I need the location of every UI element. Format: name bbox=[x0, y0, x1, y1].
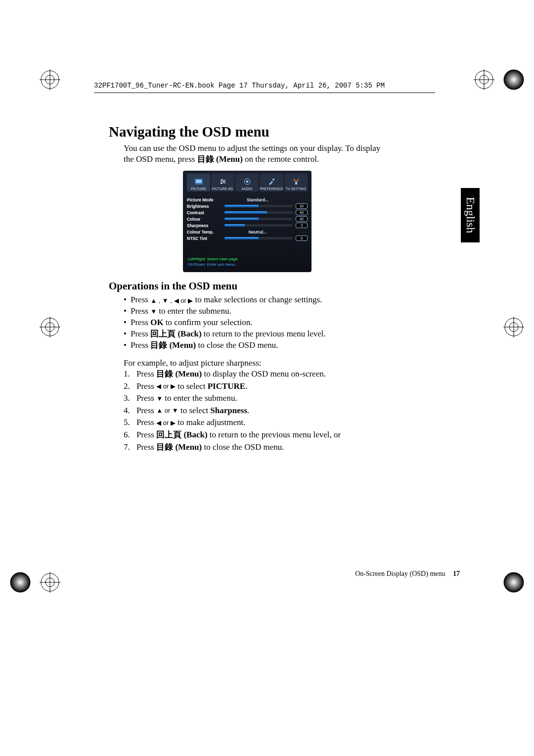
osd-tab-preference: PREFERENCE bbox=[260, 174, 283, 191]
osd-settings-list: Picture ModeStandard...Brightness32Contr… bbox=[187, 196, 308, 241]
language-tab: English bbox=[461, 188, 480, 242]
svg-rect-27 bbox=[196, 180, 202, 183]
svg-point-35 bbox=[246, 181, 248, 183]
osd-tab-label: AUDIO bbox=[242, 187, 253, 190]
osd-setting-label: Contrast bbox=[187, 210, 222, 215]
registration-mark-icon bbox=[10, 572, 31, 593]
osd-tab-tv-setting: TV SETTING bbox=[284, 174, 308, 191]
osd-setting-number: 3 bbox=[296, 223, 308, 228]
language-tab-label: English bbox=[464, 197, 477, 233]
sliders-icon bbox=[219, 177, 227, 186]
page-content: Navigating the OSD menu You can use the … bbox=[109, 124, 386, 453]
osd-hint-enter: OK/Down: Enter sub menu. bbox=[188, 262, 239, 267]
registration-mark-icon bbox=[40, 317, 60, 337]
osd-slider bbox=[224, 237, 293, 239]
step-item: Press ◀ or ▶ to select PICTURE. bbox=[124, 380, 386, 393]
osd-hint-nav: Left/Right: Select main page. bbox=[188, 257, 239, 262]
tools-icon bbox=[267, 177, 276, 186]
running-head: 32PF1700T_96_Tuner-RC-EN.book Page 17 Th… bbox=[94, 82, 385, 90]
osd-setting-label: Brightness bbox=[187, 204, 222, 209]
operation-text: Press ▼ to enter the submenu. bbox=[131, 306, 231, 317]
osd-setting-label: Picture Mode bbox=[187, 197, 222, 202]
osd-tab-label: PICTURE AD. bbox=[212, 187, 234, 190]
page-footer: On-Screen Display (OSD) menu 17 bbox=[355, 570, 460, 578]
osd-setting-number: 32 bbox=[296, 216, 308, 222]
operation-item: •Press 回上頁 (Back) to return to the previ… bbox=[124, 329, 386, 340]
operation-text: Press ▲ , ▼ , ◀ or ▶ to make selections … bbox=[131, 294, 322, 306]
svg-point-32 bbox=[223, 181, 224, 183]
bullet-icon: • bbox=[124, 329, 131, 340]
intro-text-tail: on the remote control. bbox=[243, 154, 319, 164]
intro-paragraph: You can use the OSD menu to adjust the s… bbox=[124, 143, 386, 165]
osd-hints: Left/Right: Select main page. OK/Down: E… bbox=[188, 257, 239, 267]
steps-list: Press 目錄 (Menu) to display the OSD menu … bbox=[124, 368, 386, 453]
step-item: Press 目錄 (Menu) to close the OSD menu. bbox=[124, 441, 386, 454]
operations-list: •Press ▲ , ▼ , ◀ or ▶ to make selections… bbox=[124, 294, 386, 351]
bullet-icon: • bbox=[124, 317, 131, 329]
step-item: Press ◀ or ▶ to make adjustment. bbox=[124, 417, 386, 429]
osd-setting-label: Colour Temp. bbox=[187, 230, 222, 235]
osd-slider bbox=[224, 211, 293, 214]
osd-tab-picture-ad: PICTURE AD. bbox=[211, 174, 234, 191]
osd-tab-audio: AUDIO bbox=[235, 174, 259, 191]
svg-point-36 bbox=[272, 179, 274, 181]
operation-item: •Press ▲ , ▼ , ◀ or ▶ to make selections… bbox=[124, 294, 386, 306]
manual-page: 32PF1700T_96_Tuner-RC-EN.book Page 17 Th… bbox=[0, 0, 534, 756]
osd-tab-label: PICTURE bbox=[191, 187, 206, 190]
registration-mark-icon bbox=[474, 69, 494, 90]
osd-setting-number: 0 bbox=[296, 236, 308, 241]
osd-setting-label: Colour bbox=[187, 217, 222, 222]
operation-item: •Press OK to confirm your selection. bbox=[124, 317, 386, 329]
operation-item: •Press ▼ to enter the submenu. bbox=[124, 306, 386, 317]
svg-rect-37 bbox=[295, 182, 297, 185]
antenna-icon bbox=[292, 177, 301, 186]
menu-button-cjk: 目錄 bbox=[197, 154, 214, 164]
osd-setting-label: Sharpness bbox=[187, 223, 222, 228]
example-lead: For example, to adjust picture sharpness… bbox=[124, 358, 386, 368]
osd-setting-row: Brightness32 bbox=[187, 203, 308, 209]
osd-setting-row: Contrast40 bbox=[187, 209, 308, 216]
svg-point-31 bbox=[221, 180, 222, 181]
step-item: Press ▲ or ▼ to select Sharpness. bbox=[124, 405, 386, 417]
running-head-text: 32PF1700T_96_Tuner-RC-EN.book Page 17 Th… bbox=[94, 82, 385, 90]
osd-setting-number: 40 bbox=[296, 210, 308, 215]
osd-setting-value: Neutral... bbox=[222, 230, 294, 235]
bullet-icon: • bbox=[124, 294, 131, 306]
osd-tab-label: PREFERENCE bbox=[260, 187, 283, 190]
step-item: Press 目錄 (Menu) to display the OSD menu … bbox=[124, 368, 386, 380]
divider bbox=[94, 93, 435, 93]
step-item: Press 回上頁 (Back) to return to the previo… bbox=[124, 429, 386, 441]
osd-tab-label: TV SETTING bbox=[286, 187, 306, 190]
osd-setting-row: Picture ModeStandard... bbox=[187, 196, 308, 203]
operation-item: •Press 目錄 (Menu) to close the OSD menu. bbox=[124, 340, 386, 351]
osd-setting-number: 32 bbox=[296, 203, 308, 209]
osd-setting-row: Colour Temp.Neutral... bbox=[187, 229, 308, 235]
osd-tab-picture: PICTURE bbox=[187, 174, 210, 191]
osd-tab-bar: PICTURE PICTURE AD. AUDIO PREFERENCE TV … bbox=[187, 174, 308, 191]
page-number: 17 bbox=[453, 570, 460, 577]
registration-mark-icon bbox=[503, 317, 524, 337]
operation-text: Press 回上頁 (Back) to return to the previo… bbox=[131, 329, 326, 340]
osd-screenshot: PICTURE PICTURE AD. AUDIO PREFERENCE TV … bbox=[183, 171, 312, 272]
bullet-icon: • bbox=[124, 340, 131, 351]
osd-setting-row: NTSC Tint0 bbox=[187, 235, 308, 241]
registration-mark-icon bbox=[503, 572, 524, 593]
svg-point-33 bbox=[221, 183, 222, 184]
footer-section-name: On-Screen Display (OSD) menu bbox=[355, 570, 445, 577]
osd-setting-row: Colour32 bbox=[187, 216, 308, 222]
operation-text: Press OK to confirm your selection. bbox=[131, 317, 252, 329]
menu-button-en: (Menu) bbox=[214, 154, 243, 164]
osd-slider bbox=[224, 224, 293, 227]
registration-mark-icon bbox=[40, 69, 60, 90]
operation-text: Press 目錄 (Menu) to close the OSD menu. bbox=[131, 340, 278, 351]
page-title: Navigating the OSD menu bbox=[109, 124, 386, 140]
registration-mark-icon bbox=[40, 572, 60, 593]
osd-setting-value: Standard... bbox=[222, 197, 294, 202]
speaker-icon bbox=[243, 177, 252, 186]
section-heading: Operations in the OSD menu bbox=[109, 280, 386, 292]
picture-icon bbox=[194, 177, 203, 186]
osd-slider bbox=[224, 205, 293, 207]
osd-setting-row: Sharpness3 bbox=[187, 222, 308, 229]
osd-setting-label: NTSC Tint bbox=[187, 236, 222, 241]
step-item: Press ▼ to enter the submenu. bbox=[124, 392, 386, 405]
